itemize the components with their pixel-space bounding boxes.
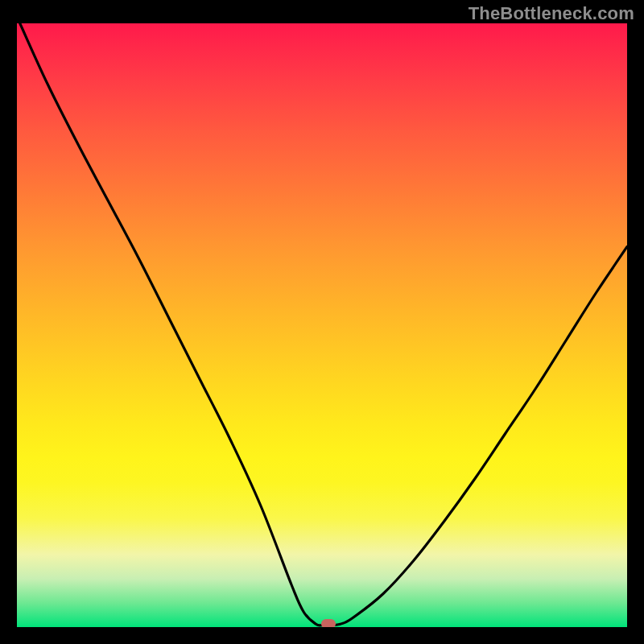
- optimal-marker: [321, 619, 336, 628]
- chart-frame: TheBottleneck.com: [0, 0, 644, 644]
- curve-svg: [17, 23, 627, 627]
- plot-area: [17, 23, 627, 627]
- watermark-text: TheBottleneck.com: [469, 3, 634, 24]
- bottleneck-curve: [20, 23, 627, 625]
